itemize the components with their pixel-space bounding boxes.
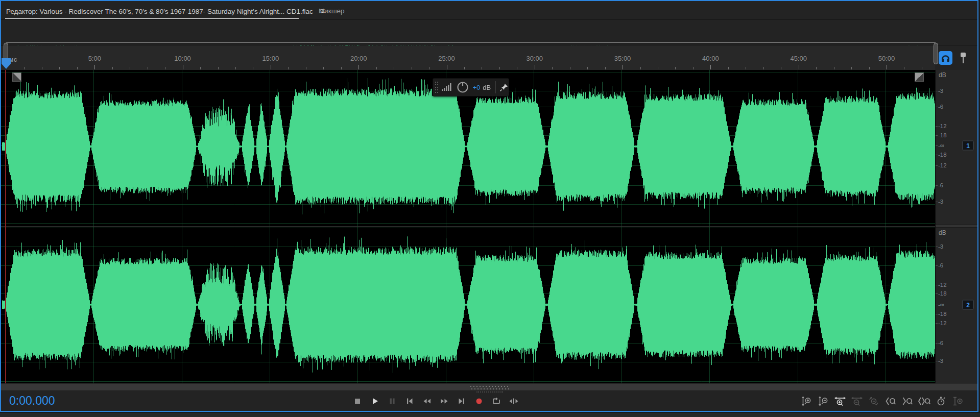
db-scale-tick <box>936 185 938 186</box>
rewind-button[interactable] <box>420 394 434 409</box>
fast-forward-button[interactable] <box>437 394 451 409</box>
db-scale-label: -6 <box>938 182 943 188</box>
db-scale-label: -3 <box>938 199 943 205</box>
headphones-icon[interactable] <box>939 51 952 65</box>
db-scale-divider <box>936 225 979 228</box>
ruler-tick <box>183 65 183 69</box>
ruler-tick <box>922 67 922 69</box>
timeline-ruler[interactable]: чмс 5:0010:0015:0020:0025:0030:0035:0040… <box>1 46 935 70</box>
pin-icon[interactable] <box>499 83 509 92</box>
trim-handle-top-left[interactable] <box>12 72 21 82</box>
ruler-tick <box>253 67 253 69</box>
zoom-in-left-edge-button[interactable] <box>883 394 897 409</box>
db-scale-tick <box>936 361 938 361</box>
ruler-tick <box>482 67 482 69</box>
db-scale-tick <box>936 107 938 107</box>
ruler-tick <box>358 65 359 69</box>
time-display[interactable]: 0:00.000 <box>9 394 55 408</box>
zoom-to-selection-button[interactable] <box>917 394 931 409</box>
ruler-tick <box>165 67 165 69</box>
drag-grip[interactable] <box>435 82 438 93</box>
db-scale-tick <box>936 343 938 344</box>
marker-pin-icon[interactable] <box>959 51 968 65</box>
zoom-to-playhead-button[interactable] <box>934 394 948 409</box>
ruler-tick <box>24 67 25 69</box>
ruler-tick <box>869 67 870 69</box>
tab-editor[interactable]: Редактор: Various - Rediscover The 60's,… <box>6 5 324 17</box>
ruler-time-label: 10:00 <box>174 55 191 62</box>
zoom-out-amplitude-button[interactable] <box>816 394 830 409</box>
zoom-out-time-button[interactable] <box>850 394 864 409</box>
trim-handle-top-right[interactable] <box>915 72 924 82</box>
overview-right-handle[interactable] <box>934 43 938 64</box>
loop-playback-button[interactable] <box>489 394 503 409</box>
db-scale-column[interactable]: dB dB 1 2 -3-6-12-18-∞-18-12-6-3-3-6-12-… <box>935 70 978 383</box>
db-scale-label: -6 <box>938 104 943 110</box>
ruler-tick <box>42 67 42 69</box>
active-tab-underline <box>5 18 299 19</box>
db-scale-tick <box>936 165 938 166</box>
ruler-tick <box>710 65 711 69</box>
transport-bar: 0:00.000 <box>1 391 978 412</box>
db-header-ch2: dB <box>939 229 946 236</box>
zoom-out-full-button[interactable] <box>867 394 880 409</box>
db-scale-tick <box>936 91 938 91</box>
db-scale-tick <box>936 323 938 324</box>
ruler-time-label: 25:00 <box>438 55 455 62</box>
pause-button[interactable] <box>385 394 399 409</box>
skip-selection-button[interactable] <box>507 394 520 409</box>
ruler-right-tools <box>935 46 978 70</box>
record-button[interactable] <box>472 394 486 409</box>
db-scale-label: -6 <box>938 262 943 268</box>
db-scale-label: -12 <box>938 162 947 168</box>
ruler-tick <box>218 67 219 69</box>
reset-amplitude-zoom-button[interactable] <box>951 394 965 409</box>
knob-icon[interactable] <box>456 81 469 94</box>
db-scale-label: -∞ <box>938 142 944 149</box>
tab-mixer[interactable]: Микшер <box>319 7 345 15</box>
db-scale-label: -12 <box>938 282 947 288</box>
horizontal-scrollbar[interactable] <box>1 383 978 391</box>
db-scale-label: -18 <box>938 132 947 138</box>
editor-tab-label: Редактор: Various - Rediscover The 60's,… <box>6 8 313 15</box>
stop-button[interactable] <box>350 394 364 409</box>
db-scale-label: -18 <box>938 311 947 317</box>
ruler-tick <box>412 67 412 69</box>
ruler-tick <box>605 67 606 69</box>
db-scale-tick <box>936 265 938 266</box>
waveform-canvas[interactable] <box>1 70 935 383</box>
ruler-tick <box>623 65 623 69</box>
db-scale-label: -12 <box>938 320 947 326</box>
ruler-tick <box>799 65 799 69</box>
zoom-in-time-button[interactable] <box>833 394 847 409</box>
waveform-display[interactable] <box>1 70 935 383</box>
ruler-tick <box>112 67 113 69</box>
ruler-tick <box>447 65 447 69</box>
zoom-in-amplitude-button[interactable] <box>799 394 813 409</box>
scrollbar-grip[interactable] <box>470 386 509 389</box>
ruler-tick <box>271 65 271 69</box>
hud-gain-panel[interactable]: +0 dB <box>433 78 509 96</box>
hud-gain-value[interactable]: +0 <box>473 84 481 91</box>
ruler-tick <box>851 67 852 69</box>
ruler-tick <box>535 65 535 69</box>
ruler-tick <box>570 67 570 69</box>
hud-gain-unit: dB <box>483 84 491 91</box>
db-scale-label: -3 <box>938 358 943 364</box>
skip-to-start-button[interactable] <box>402 394 416 409</box>
ruler-time-label: 35:00 <box>614 55 631 62</box>
channel-2-badge[interactable]: 2 <box>962 300 974 310</box>
hud-separator <box>495 81 496 93</box>
play-button[interactable] <box>368 394 381 409</box>
channel-1-badge[interactable]: 1 <box>962 141 974 151</box>
db-scale-label: -3 <box>938 243 943 250</box>
db-scale-tick <box>936 305 938 305</box>
skip-to-end-button[interactable] <box>455 394 468 409</box>
ruler-time-label: 40:00 <box>702 55 719 62</box>
ruler-tick <box>675 67 676 69</box>
ruler-tick <box>658 67 658 69</box>
ruler-tick <box>376 67 377 69</box>
ruler-tick <box>429 67 429 69</box>
zoom-in-right-edge-button[interactable] <box>900 394 914 409</box>
volume-bars-icon <box>441 82 453 92</box>
